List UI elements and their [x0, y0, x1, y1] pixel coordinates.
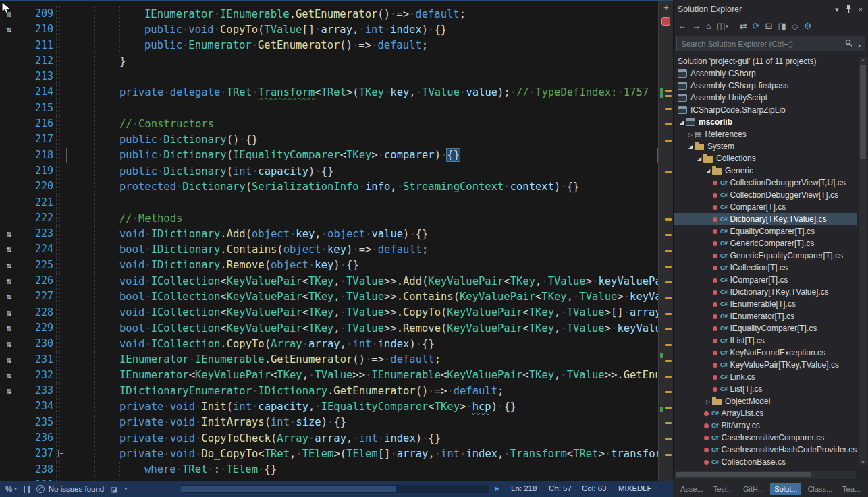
glyph-margin[interactable]: ⇅	[0, 383, 18, 399]
code-content[interactable]: private·void·CopyToCheck(Array·array,·in…	[66, 430, 658, 446]
code-content[interactable]: bool·ICollection<KeyValuePair<TKey,·TVal…	[66, 320, 658, 336]
implements-icon[interactable]: ⇅	[7, 24, 12, 34]
code-line[interactable]: ⇅223void·IDictionary.Add(object·key,·obj…	[0, 226, 658, 241]
status-encoding[interactable]: MIXED	[618, 484, 643, 492]
chevron-collapsed-icon[interactable]: ▷	[686, 131, 695, 138]
properties-icon[interactable]: ⚙	[804, 21, 812, 31]
tree-item[interactable]: ▷ObjectModel	[674, 395, 857, 407]
search-icon[interactable]	[845, 38, 853, 50]
scroll-right-icon[interactable]: ►	[493, 484, 501, 492]
line-number[interactable]: 218	[18, 148, 56, 163]
code-line[interactable]: 234private·void·Init(int·capacity,·IEqua…	[0, 399, 658, 414]
code-content[interactable]: IEnumerator·IEnumerable.GetEnumerator()·…	[66, 352, 658, 368]
collapse-all-icon[interactable]: ⊟	[765, 21, 772, 31]
code-line[interactable]: ⇅233IDictionaryEnumerator·IDictionary.Ge…	[0, 383, 658, 399]
tree-vertical-scrollbar[interactable]: ▲ ▼	[859, 57, 867, 465]
glyph-margin[interactable]: ⇅	[0, 352, 18, 368]
error-indicator-icon[interactable]	[661, 17, 670, 26]
code-content[interactable]: public·Dictionary(int·capacity)·{}	[66, 163, 658, 179]
status-column[interactable]: Col: 63	[582, 484, 606, 492]
tool-window-tab[interactable]: GitH...	[739, 483, 768, 495]
status-line-ending[interactable]: LF	[643, 484, 651, 492]
glyph-margin[interactable]: ⇅	[0, 336, 18, 351]
code-line[interactable]: 222//·Methods	[0, 210, 658, 226]
code-line[interactable]: 238where·TRet·:·TElem·{}	[0, 462, 658, 477]
line-number[interactable]: 236	[18, 430, 56, 446]
tree-item[interactable]: C#BitArray.cs	[674, 419, 857, 432]
pin-icon[interactable]	[845, 5, 852, 15]
code-content[interactable]	[66, 195, 658, 210]
implements-icon[interactable]: ⇅	[7, 260, 12, 270]
panel-options-icon[interactable]: ▾	[835, 5, 839, 14]
tree-item[interactable]: C#IComparer[T].cs	[674, 274, 857, 286]
document-health[interactable]: No issues found	[36, 485, 104, 493]
tree-item[interactable]: C#CollectionDebuggerView[T].cs	[674, 189, 857, 201]
tree-item[interactable]: C#KeyValuePair[TKey,TValue].cs	[674, 359, 857, 371]
tool-window-tab[interactable]: Solut...	[770, 483, 801, 495]
tree-item[interactable]: C#GenericEqualityComparer[T].cs	[674, 250, 857, 262]
code-line[interactable]: 237−private·void·Do_CopyTo<TRet,·TElem>(…	[0, 446, 658, 461]
close-icon[interactable]: ×	[859, 5, 863, 13]
doc-actions-icon[interactable]: ◪	[111, 485, 117, 494]
code-content[interactable]: //·Constructors	[66, 116, 658, 131]
line-number[interactable]: 234	[18, 399, 56, 414]
code-line[interactable]: ⇅230void·ICollection.CopyTo(Array·array,…	[0, 336, 658, 351]
code-content[interactable]: where·TRet·:·TElem·{}	[66, 462, 658, 477]
code-content[interactable]: private·void·Do_CopyTo<TRet,·TElem>(TEle…	[66, 446, 658, 461]
tree-vscroll-thumb[interactable]	[860, 65, 866, 159]
code-content[interactable]: IEnumerator·IEnumerable.GetEnumerator()·…	[66, 6, 658, 22]
code-content[interactable]: public·Dictionary(IEqualityComparer<TKey…	[66, 148, 658, 163]
line-number[interactable]: 232	[18, 368, 56, 383]
tree-horizontal-scrollbar[interactable]	[675, 471, 856, 479]
line-number[interactable]: 210	[18, 22, 56, 37]
back-icon[interactable]: ←	[678, 21, 686, 31]
search-box[interactable]: ▾	[676, 36, 865, 51]
code-line[interactable]: ⇅226void·ICollection<KeyValuePair<TKey,·…	[0, 273, 658, 289]
implements-icon[interactable]: ⇅	[7, 244, 12, 254]
code-content[interactable]: void·ICollection.CopyTo(Array·array,·int…	[66, 336, 658, 351]
code-line[interactable]: 218public·Dictionary(IEqualityComparer<T…	[0, 148, 658, 163]
tree-item[interactable]: ▷▤References	[674, 128, 857, 140]
code-content[interactable]: }	[66, 53, 658, 69]
code-line[interactable]: ⇅210public·void·CopyTo(TValue[]·array,·i…	[0, 22, 658, 37]
fold-collapse-icon[interactable]: −	[58, 450, 65, 457]
implements-icon[interactable]: ⇅	[7, 386, 12, 396]
code-content[interactable]: //·Methods	[66, 210, 658, 226]
sync-with-active-document-icon[interactable]: ⇄	[740, 21, 747, 31]
tree-item[interactable]: Assembly-CSharp	[674, 67, 857, 80]
tree-item[interactable]: C#ArrayList.cs	[674, 407, 857, 419]
code-line[interactable]: 213	[0, 69, 658, 84]
tree-item[interactable]: C#EqualityComparer[T].cs	[674, 225, 857, 237]
tool-window-tab[interactable]: Tea...	[838, 483, 865, 495]
line-number[interactable]: 222	[18, 210, 56, 226]
tree-item[interactable]: ◢System	[674, 140, 857, 152]
code-line[interactable]: ⇅225void·IDictionary.Remove(object·key)·…	[0, 258, 658, 273]
line-number[interactable]: 216	[18, 116, 56, 131]
editor-hscroll-thumb[interactable]	[181, 486, 396, 492]
line-number[interactable]: 225	[18, 258, 56, 273]
code-content[interactable]	[66, 69, 658, 84]
scroll-up-icon[interactable]: ▲	[859, 57, 867, 62]
tree-item[interactable]: C#CaseInsensitiveHashCodeProvider.cs	[674, 444, 857, 456]
tree-item[interactable]: C#IDictionary[TKey,TValue].cs	[674, 286, 857, 298]
code-line[interactable]: ⇅228void·ICollection<KeyValuePair<TKey,·…	[0, 305, 658, 320]
tree-item[interactable]: C#IEqualityComparer[T].cs	[674, 322, 857, 334]
code-line[interactable]: 217public·Dictionary()·{}	[0, 131, 658, 147]
line-number[interactable]: 226	[18, 273, 56, 289]
implements-icon[interactable]: ⇅	[7, 229, 12, 239]
line-number[interactable]: 230	[18, 336, 56, 351]
glyph-margin[interactable]: ⇅	[0, 273, 18, 289]
glyph-margin[interactable]: ⇅	[0, 368, 18, 383]
glyph-margin[interactable]: ⇅	[0, 22, 18, 37]
implements-icon[interactable]: ⇅	[7, 308, 12, 318]
code-content[interactable]	[66, 100, 658, 116]
code-content[interactable]: IEnumerator<KeyValuePair<TKey,·TValue>>·…	[66, 368, 658, 383]
forward-icon[interactable]: →	[692, 21, 701, 31]
glyph-margin[interactable]: ⇅	[0, 258, 18, 273]
code-line[interactable]: ⇅232IEnumerator<KeyValuePair<TKey,·TValu…	[0, 368, 658, 383]
tree-item[interactable]: C#List[T].cs	[674, 383, 857, 395]
line-number[interactable]: 229	[18, 320, 56, 336]
chevron-expanded-icon[interactable]: ◢	[678, 119, 686, 125]
line-number[interactable]: 233	[18, 383, 56, 399]
line-number[interactable]: 235	[18, 415, 56, 430]
